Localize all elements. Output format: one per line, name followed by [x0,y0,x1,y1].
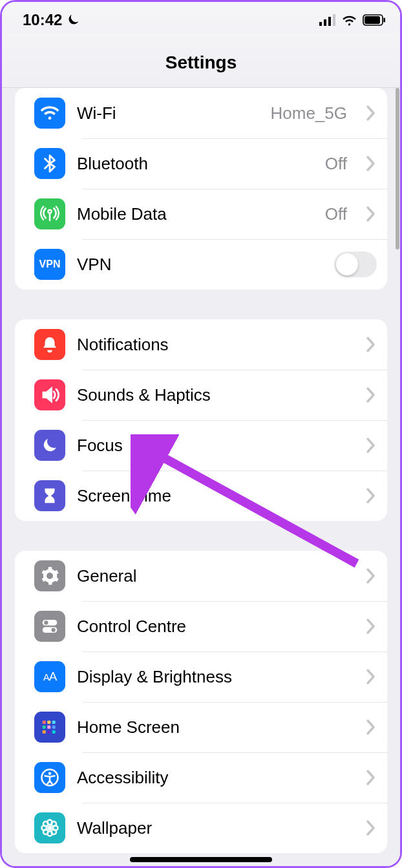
svg-rect-2 [328,17,331,26]
svg-rect-1 [324,19,326,26]
row-label: Accessibility [77,768,169,788]
svg-rect-13 [52,721,56,724]
row-general[interactable]: General [15,551,387,601]
row-value: Home_5G [271,103,348,123]
row-display[interactable]: AA Display & Brightness [15,651,387,702]
row-label: Bluetooth [77,154,148,174]
group-notifications: Notifications Sounds & Haptics Focus [15,319,387,521]
settings-scroll[interactable]: Wi-Fi Home_5G Bluetooth Off Mobile Data [2,88,400,866]
moon-icon [34,430,65,461]
page-title: Settings [2,33,400,88]
chevron-right-icon [365,567,377,585]
row-wifi[interactable]: Wi-Fi Home_5G [15,88,387,138]
svg-rect-15 [47,726,50,729]
status-time: 10:42 [23,11,62,29]
row-focus[interactable]: Focus [15,420,387,471]
row-sounds[interactable]: Sounds & Haptics [15,370,387,420]
chevron-right-icon [365,386,377,404]
row-label: Wallpaper [77,818,152,838]
bell-icon [34,329,65,360]
row-label: Focus [77,436,123,456]
row-label: Mobile Data [77,204,167,224]
home-indicator[interactable] [130,857,272,862]
svg-rect-18 [47,730,50,734]
row-notifications[interactable]: Notifications [15,319,387,370]
chevron-right-icon [365,819,377,837]
row-label: Screen Time [77,486,171,506]
chevron-right-icon [365,668,377,686]
svg-rect-6 [384,18,386,23]
svg-point-29 [43,830,48,835]
row-label: Display & Brightness [77,667,232,687]
row-bluetooth[interactable]: Bluetooth Off [15,138,387,189]
flower-icon [34,812,65,843]
svg-point-22 [47,825,52,831]
chevron-right-icon [365,335,377,354]
wifi-icon [34,98,65,129]
svg-point-28 [52,821,57,827]
chevron-right-icon [365,436,377,454]
row-label: Sounds & Haptics [77,385,211,405]
row-label: Control Centre [77,617,186,637]
row-value: Off [325,154,347,174]
row-label: Wi-Fi [77,103,116,123]
chevron-right-icon [365,617,377,635]
accessibility-icon [34,762,65,793]
svg-rect-16 [52,726,56,729]
svg-point-27 [43,821,48,827]
row-value: Off [325,204,347,224]
home-screen-icon [34,712,65,743]
svg-rect-17 [43,730,46,734]
row-label: General [77,566,137,586]
row-vpn[interactable]: VPN VPN [15,239,387,290]
text-size-icon: AA [34,661,65,692]
moon-icon [66,13,80,27]
chevron-right-icon [365,718,377,736]
svg-rect-19 [52,730,56,734]
row-home-screen[interactable]: Home Screen [15,702,387,752]
row-mobile-data[interactable]: Mobile Data Off [15,189,387,239]
row-label: VPN [77,255,111,275]
row-accessibility[interactable]: Accessibility [15,752,387,803]
row-label: Home Screen [77,717,180,737]
svg-rect-14 [43,726,46,729]
svg-rect-0 [319,22,322,26]
group-general: General Control Centre AA Display & Brig… [15,551,387,853]
svg-rect-3 [333,14,335,26]
svg-rect-11 [43,721,46,724]
antenna-icon [34,198,65,229]
bluetooth-icon [34,148,65,179]
svg-rect-5 [365,16,380,24]
svg-point-8 [44,620,48,624]
vpn-icon: VPN [34,249,65,280]
cellular-icon [319,14,336,26]
chevron-right-icon [365,487,377,505]
vpn-toggle[interactable] [334,251,377,277]
chevron-right-icon [365,205,377,223]
row-control-centre[interactable]: Control Centre [15,601,387,651]
battery-icon [363,14,386,26]
hourglass-icon [34,480,65,511]
svg-point-21 [48,772,52,776]
group-networking: Wi-Fi Home_5G Bluetooth Off Mobile Data [15,88,387,290]
row-wallpaper[interactable]: Wallpaper [15,803,387,853]
chevron-right-icon [365,154,377,173]
chevron-right-icon [365,768,377,787]
row-screen-time[interactable]: Screen Time [15,471,387,521]
wifi-icon [341,14,357,26]
chevron-right-icon [365,104,377,122]
svg-rect-12 [47,721,50,724]
row-label: Notifications [77,335,169,355]
speaker-icon [34,379,65,410]
toggles-icon [34,611,65,642]
status-bar: 10:42 [2,2,400,33]
svg-point-10 [52,628,56,632]
scrollbar[interactable] [396,88,399,249]
svg-point-30 [52,830,57,835]
gear-icon [34,560,65,591]
